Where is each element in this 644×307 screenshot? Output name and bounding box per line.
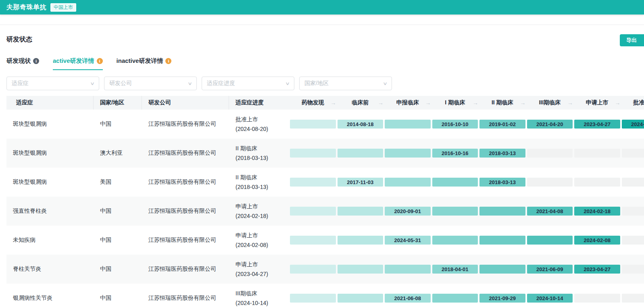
progress-cell: 批准上市(2024-08-20) <box>229 114 289 134</box>
progress-cell: II 期临床(2018-03-13) <box>229 143 289 163</box>
progress-status: III期临床 <box>236 288 289 298</box>
export-button[interactable]: 导出 <box>620 34 644 46</box>
phase-bar: 2018-03-13 <box>479 178 525 187</box>
phase-bar <box>527 149 573 158</box>
phase-bar <box>432 207 478 216</box>
phase-bar: 2016-10-16 <box>432 149 478 158</box>
phase-cell: 2024-08-20 <box>621 120 644 129</box>
info-icon[interactable]: i <box>33 58 39 64</box>
arrow-right-icon: → <box>567 100 573 106</box>
phase-bar <box>479 265 525 274</box>
phase-cell <box>431 178 479 187</box>
phase-cell: 2018-03-13 <box>479 149 526 158</box>
info-icon[interactable]: i <box>165 58 171 64</box>
phase-bar <box>385 178 431 187</box>
phase-bar: 2021-06-08 <box>385 294 431 303</box>
tab-active-rd-details[interactable]: active研发详情 i <box>53 57 103 70</box>
phase-cell <box>337 236 384 245</box>
region-cell: 美国 <box>94 178 142 186</box>
filter-placeholder: 适应症 <box>12 80 29 87</box>
tab-rd-overview[interactable]: 研发现状 i <box>6 57 39 70</box>
phase-cell: 2021-06-09 <box>526 265 574 274</box>
phase-bar <box>290 149 336 158</box>
phase-cell <box>384 120 431 129</box>
phase-label: I 期临床 <box>445 99 465 106</box>
filter-placeholder: 国家/地区 <box>304 80 329 87</box>
chevron-down-icon: ∨ <box>188 81 192 86</box>
tab-label: 研发现状 <box>6 57 31 64</box>
phase-label: III期临床 <box>539 99 561 106</box>
region-cell: 中国 <box>94 207 142 215</box>
phase-column-header: 批准上市→ <box>621 96 644 110</box>
tab-inactive-rd-details[interactable]: inactive研发详情 i <box>117 57 172 70</box>
phase-label: 药物发现 <box>302 99 324 106</box>
progress-date: (2024-10-14) <box>236 298 289 307</box>
phase-cell: 2021-04-08 <box>526 207 574 216</box>
table-row: 脊柱关节炎中国江苏恒瑞医药股份有限公司申请上市(2023-04-27)2018-… <box>6 255 644 284</box>
phase-column-header: 申报临床→ <box>384 96 431 110</box>
phase-column-header: 申请上市→ <box>573 96 621 110</box>
phase-cell: 2024-10-14 <box>526 294 574 303</box>
progress-date: (2018-03-13) <box>236 153 289 163</box>
phase-bar: 2024-08-20 <box>622 120 644 129</box>
phase-cell <box>384 178 431 187</box>
phase-cell: 2018-04-01 <box>431 265 479 274</box>
filter-select-2[interactable]: 研发公司∨ <box>104 77 197 90</box>
phase-bar <box>338 265 383 274</box>
phase-cell <box>384 265 431 274</box>
phase-bar <box>338 294 383 303</box>
indication-cell: 强直性脊柱炎 <box>6 207 94 215</box>
phase-cell: 2018-03-13 <box>479 178 526 187</box>
company-cell: 江苏恒瑞医药股份有限公司 <box>142 178 229 186</box>
phase-cell: 2021-06-08 <box>384 294 431 303</box>
phase-column-header: 药物发现→ <box>289 96 337 110</box>
phase-bar <box>622 178 644 187</box>
phase-cell: 2016-10-10 <box>431 120 479 129</box>
phase-cell <box>337 294 384 303</box>
phase-cell <box>289 207 337 216</box>
phase-cell <box>479 207 526 216</box>
arrow-right-icon: → <box>520 100 526 106</box>
table-row: 斑块型银屑病中国江苏恒瑞医药股份有限公司批准上市(2024-08-20)2014… <box>6 110 644 139</box>
phase-bar: 2017-11-03 <box>338 178 383 187</box>
phase-cell: 2024-02-18 <box>573 207 621 216</box>
company-cell: 江苏恒瑞医药股份有限公司 <box>142 149 229 157</box>
phase-bar <box>385 149 431 158</box>
filter-select-1[interactable]: 适应症∨ <box>6 77 99 90</box>
section-title: 研发状态 <box>6 36 32 43</box>
phase-cell: 2020-09-01 <box>384 207 431 216</box>
filter-select-4[interactable]: 国家/地区∨ <box>299 77 392 90</box>
col-header-progress: 适应症进度 <box>229 96 289 110</box>
phase-label: II 期临床 <box>492 99 513 106</box>
phase-bar <box>527 178 573 187</box>
phase-cell <box>526 236 574 245</box>
phase-cell: 2017-11-03 <box>337 178 384 187</box>
table-row: 强直性脊柱炎中国江苏恒瑞医药股份有限公司申请上市(2024-02-18)2020… <box>6 197 644 226</box>
phase-cell <box>573 149 621 158</box>
phase-cell: 2021-09-29 <box>479 294 526 303</box>
phase-cell <box>289 265 337 274</box>
section-header: 研发状态 导出 <box>0 25 644 48</box>
phase-bar <box>574 178 620 187</box>
phase-bar <box>290 265 336 274</box>
progress-date: (2018-03-13) <box>236 182 289 192</box>
phase-cell: 2024-02-08 <box>573 236 621 245</box>
phase-bar <box>385 265 431 274</box>
progress-date: (2024-08-20) <box>236 124 289 134</box>
phase-bar: 2020-09-01 <box>385 207 431 216</box>
info-icon[interactable]: i <box>97 58 103 64</box>
phase-cell: 2024-05-31 <box>384 236 431 245</box>
phase-bar <box>574 149 620 158</box>
phase-bar <box>622 207 644 216</box>
arrow-right-icon: → <box>473 100 478 106</box>
filter-placeholder: 适应症进度 <box>207 80 235 87</box>
filter-select-3[interactable]: 适应症进度∨ <box>202 77 294 90</box>
col-header-indication: 适应症 <box>6 96 94 110</box>
phase-bar <box>432 294 478 303</box>
table-row: 斑块型银屑病澳大利亚江苏恒瑞医药股份有限公司II 期临床(2018-03-13)… <box>6 139 644 168</box>
phase-cell <box>289 294 337 303</box>
phase-cell <box>337 149 384 158</box>
indication-cell: 斑块型银屑病 <box>6 149 94 157</box>
phase-cell <box>431 207 479 216</box>
phase-cell <box>289 236 337 245</box>
